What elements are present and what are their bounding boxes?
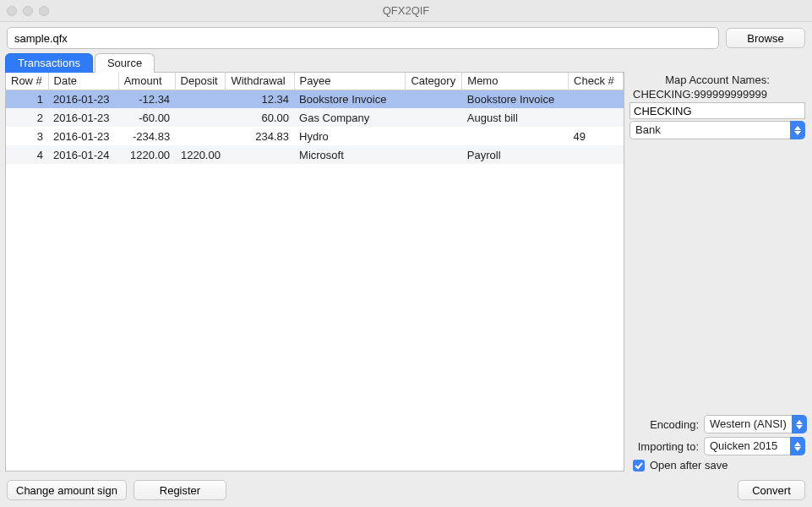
cell-withdrawal: 60.00	[226, 108, 294, 127]
importing-to-value: Quicken 2015	[704, 437, 790, 455]
cell-date: 2016-01-23	[48, 127, 118, 145]
convert-button[interactable]: Convert	[738, 480, 805, 500]
cell-memo	[462, 127, 569, 145]
cell-deposit	[175, 108, 226, 127]
encoding-select[interactable]: Western (ANSI)	[704, 415, 807, 433]
cell-category	[406, 127, 462, 145]
table-row[interactable]: 22016-01-23-60.0060.00Gas CompanyAugust …	[6, 108, 624, 127]
cell-amount: -12.34	[118, 90, 175, 108]
col-memo[interactable]: Memo	[462, 73, 569, 90]
open-after-save-checkbox[interactable]	[633, 460, 645, 472]
window-title: QFX2QIF	[0, 4, 812, 17]
col-amount[interactable]: Amount	[118, 73, 175, 90]
importing-to-select[interactable]: Quicken 2015	[704, 437, 805, 455]
importing-to-label: Importing to:	[629, 440, 699, 453]
cell-row: 4	[6, 145, 48, 164]
cell-amount: -60.00	[118, 108, 175, 127]
col-payee[interactable]: Payee	[294, 73, 406, 90]
source-account-label: CHECKING:999999999999	[629, 88, 805, 102]
cell-payee: Bookstore Invoice	[294, 90, 406, 108]
tab-bar: Transactions Source	[0, 52, 812, 72]
open-after-save-row[interactable]: Open after save	[629, 459, 805, 472]
close-icon[interactable]	[7, 6, 17, 16]
cell-withdrawal: 234.83	[226, 127, 294, 145]
cell-category	[406, 108, 462, 127]
updown-icon	[792, 415, 807, 433]
cell-withdrawal: 12.34	[226, 90, 294, 108]
window-controls	[7, 6, 49, 16]
cell-payee: Gas Company	[294, 108, 406, 127]
encoding-label: Encoding:	[629, 418, 699, 431]
tab-source[interactable]: Source	[95, 53, 155, 73]
cell-memo: Bookstore Invoice	[462, 90, 569, 108]
browse-button[interactable]: Browse	[726, 28, 805, 48]
transactions-table-pane: Row # Date Amount Deposit Withdrawal Pay…	[5, 72, 624, 472]
cell-check	[569, 145, 624, 164]
cell-check	[569, 90, 624, 108]
col-date[interactable]: Date	[48, 73, 118, 90]
account-type-value: Bank	[629, 121, 790, 139]
updown-icon	[790, 437, 805, 455]
cell-row: 1	[6, 90, 48, 108]
cell-amount: 1220.00	[118, 145, 175, 164]
bottom-bar: Change amount sign Register Convert	[0, 475, 812, 507]
account-type-select[interactable]: Bank	[629, 121, 805, 139]
map-account-heading: Map Account Names:	[629, 72, 805, 88]
content-area: Row # Date Amount Deposit Withdrawal Pay…	[0, 72, 812, 475]
encoding-value: Western (ANSI)	[704, 415, 792, 433]
file-path-input[interactable]	[7, 27, 719, 49]
col-deposit[interactable]: Deposit	[175, 73, 226, 90]
minimize-icon[interactable]	[23, 6, 33, 16]
cell-check: 49	[569, 127, 624, 145]
side-bottom: Encoding: Western (ANSI) Importing to: Q…	[629, 415, 805, 472]
cell-memo: August bill	[462, 108, 569, 127]
change-amount-sign-button[interactable]: Change amount sign	[7, 480, 127, 500]
cell-row: 3	[6, 127, 48, 145]
cell-date: 2016-01-23	[48, 108, 118, 127]
cell-row: 2	[6, 108, 48, 127]
cell-category	[406, 145, 462, 164]
cell-amount: -234.83	[118, 127, 175, 145]
transactions-table: Row # Date Amount Deposit Withdrawal Pay…	[6, 73, 624, 164]
cell-memo: Payroll	[462, 145, 569, 164]
cell-payee: Microsoft	[294, 145, 406, 164]
cell-date: 2016-01-23	[48, 90, 118, 108]
cell-withdrawal	[226, 145, 294, 164]
updown-icon	[790, 121, 805, 139]
open-after-save-label: Open after save	[650, 459, 728, 472]
col-category[interactable]: Category	[406, 73, 462, 90]
cell-check	[569, 108, 624, 127]
col-withdrawal[interactable]: Withdrawal	[226, 73, 294, 90]
col-row[interactable]: Row #	[6, 73, 48, 90]
side-pane: Map Account Names: CHECKING:999999999999…	[629, 72, 805, 472]
file-row: Browse	[0, 22, 812, 54]
cell-deposit	[175, 127, 226, 145]
tab-transactions[interactable]: Transactions	[5, 53, 93, 73]
cell-deposit: 1220.00	[175, 145, 226, 164]
table-row[interactable]: 12016-01-23-12.3412.34Bookstore InvoiceB…	[6, 90, 624, 108]
cell-payee: Hydro	[294, 127, 406, 145]
col-check[interactable]: Check #	[569, 73, 624, 90]
table-row[interactable]: 32016-01-23-234.83234.83Hydro49	[6, 127, 624, 145]
table-row[interactable]: 42016-01-241220.001220.00MicrosoftPayrol…	[6, 145, 624, 164]
zoom-icon[interactable]	[39, 6, 49, 16]
cell-deposit	[175, 90, 226, 108]
mapped-account-input[interactable]	[629, 102, 805, 119]
table-header-row: Row # Date Amount Deposit Withdrawal Pay…	[6, 73, 624, 90]
cell-date: 2016-01-24	[48, 145, 118, 164]
titlebar: QFX2QIF	[0, 0, 812, 22]
cell-category	[406, 90, 462, 108]
register-button[interactable]: Register	[134, 480, 226, 500]
